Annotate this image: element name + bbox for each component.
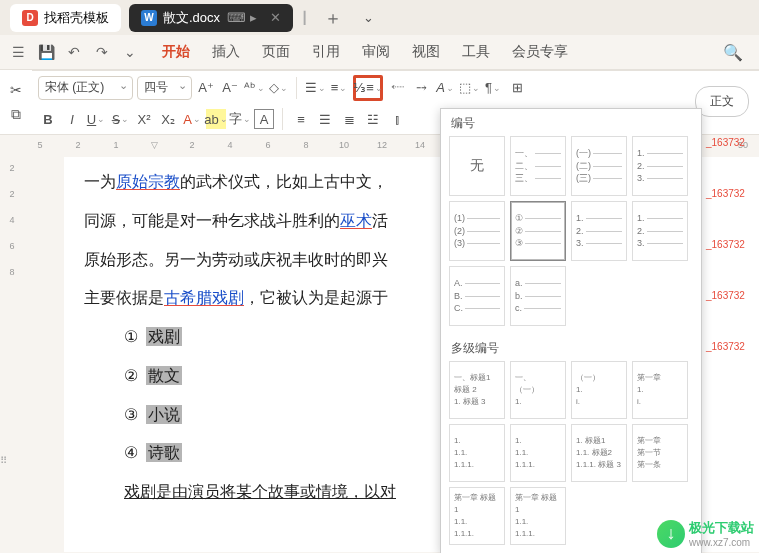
change-case-icon[interactable]: ᴬᵇ [244,78,264,98]
revision-mark: _163732 [704,237,759,252]
qat-more-icon[interactable]: ⌄ [120,42,140,62]
multilevel-option[interactable]: 第一章第一节第一条 [632,424,688,482]
ruler-tick: 8 [296,140,316,150]
revision-mark: _163732 [704,135,759,150]
link-wushu[interactable]: 巫术 [340,212,372,229]
align-center-icon[interactable]: ☰ [315,109,335,129]
drag-handle-icon[interactable]: ⠿ [0,455,8,466]
numbering-option[interactable]: 1.2.3. [632,201,688,261]
tab-template-label: 找稻壳模板 [44,9,109,27]
ruler-tick: 12 [372,140,392,150]
word-icon: W [141,10,157,26]
new-tab-button[interactable]: ＋ [316,6,350,30]
docer-icon: D [22,10,38,26]
bold-icon[interactable]: B [38,109,58,129]
font-color-icon[interactable]: A [182,109,202,129]
ruler-tick: 14 [410,140,430,150]
multilevel-option[interactable]: （一） 1. i. [571,361,627,419]
tab-doc-label: 散文.docx [163,9,220,27]
font-family-dropdown[interactable]: 宋体 (正文) [38,76,133,100]
subscript-icon[interactable]: X₂ [158,109,178,129]
redo-icon[interactable]: ↷ [92,42,112,62]
bullets-icon[interactable]: ☰ [305,78,325,98]
tab-tools[interactable]: 工具 [460,37,492,67]
font-size-dropdown[interactable]: 四号 [137,76,192,100]
numbering-option[interactable]: 1.2.3. [571,201,627,261]
tab-more-chevron[interactable]: ⌄ [358,8,378,28]
clear-format-icon[interactable]: ◇ [268,78,288,98]
numbering-option[interactable]: 1.2.3. [632,136,688,196]
save-icon[interactable]: 💾 [36,42,56,62]
ruler-tick: 2 [68,140,88,150]
numbering-button-highlight: ⅓≡ [353,75,383,101]
char-shading-icon[interactable]: ⬚ [459,78,479,98]
numbering-icon[interactable]: ⅓≡ [358,78,378,98]
copy-icon[interactable]: ⧉ [6,104,26,124]
highlight-icon[interactable]: ab [206,109,226,129]
tab-insert[interactable]: 插入 [210,37,242,67]
ruler-tick: 4 [0,215,24,225]
italic-icon[interactable]: I [62,109,82,129]
ruler-tick: 10 [334,140,354,150]
device-icon[interactable]: ⌨ ▸ [226,10,258,25]
numbering-simple-icon[interactable]: ≡ [329,78,349,98]
undo-icon[interactable]: ↶ [64,42,84,62]
superscript-icon[interactable]: X² [134,109,154,129]
numbering-option[interactable]: A.B.C. [449,266,505,326]
tab-start[interactable]: 开始 [160,37,192,67]
ruler-tick: 2 [0,189,24,199]
show-marks-icon[interactable]: ¶ [483,78,503,98]
numbering-option[interactable]: (一)(二)(三) [571,136,627,196]
multilevel-option[interactable]: 1.1.1.1.1.1. [510,424,566,482]
tab-review[interactable]: 审阅 [360,37,392,67]
multilevel-option[interactable]: 第一章 1. i. [632,361,688,419]
multilevel-option[interactable]: 一、（一） 1. [510,361,566,419]
align-right-icon[interactable]: ≣ [339,109,359,129]
tab-doc[interactable]: W 散文.docx ⌨ ▸ ✕ [129,4,293,32]
app-menu-icon[interactable]: ☰ [8,42,28,62]
numbering-option[interactable]: a.b.c. [510,266,566,326]
multilevel-option[interactable]: 1. 标题11.1. 标题21.1.1. 标题 3 [571,424,627,482]
multilevel-option[interactable]: 第一章 标题11.1.1.1.1. [449,487,505,545]
numbering-panel: 编号 无 一、二、三、 (一)(二)(三) 1.2.3. (1)(2)(3) ①… [440,108,702,553]
ruler-vertical[interactable]: 2 2 4 6 8 [0,155,24,553]
decrease-indent-icon[interactable]: ⬸ [387,78,407,98]
tab-page[interactable]: 页面 [260,37,292,67]
close-icon[interactable]: ✕ [270,10,281,25]
numbering-option[interactable]: 一、二、三、 [510,136,566,196]
text-effects-icon[interactable]: A [435,78,455,98]
increase-indent-icon[interactable]: ⤍ [411,78,431,98]
align-left-icon[interactable]: ≡ [291,109,311,129]
ai-layout-icon[interactable]: ⊞ [507,78,527,98]
strike-icon[interactable]: S̶ [110,109,130,129]
tab-reference[interactable]: 引用 [310,37,342,67]
numbering-option-selected[interactable]: ①②③ [510,201,566,261]
multilevel-option[interactable]: 1.1.1.1.1.1. [449,424,505,482]
ruler-tick: 1 [106,140,126,150]
numbering-option-none[interactable]: 无 [449,136,505,196]
distribute-icon[interactable]: ⫿ [387,109,407,129]
align-justify-icon[interactable]: ☳ [363,109,383,129]
increase-font-icon[interactable]: A⁺ [196,78,216,98]
ruler-tick: 2 [0,163,24,173]
cut-icon[interactable]: ✂ [6,80,26,100]
separator [296,77,297,99]
link-religion[interactable]: 原始宗教 [116,173,180,190]
underline-icon[interactable]: U [86,109,106,129]
revision-mark: _163732 [704,186,759,201]
decrease-font-icon[interactable]: A⁻ [220,78,240,98]
tab-view[interactable]: 视图 [410,37,442,67]
link-greek[interactable]: 古希腊戏剧 [164,289,244,306]
tab-separator: ┃ [301,11,308,25]
multilevel-option[interactable]: 第一章 标题11.1.1.1.1. [510,487,566,545]
style-normal-button[interactable]: 正文 [695,86,749,117]
phonetic-icon[interactable]: 字 [230,109,250,129]
search-icon[interactable]: 🔍 [723,43,743,62]
tab-member[interactable]: 会员专享 [510,37,570,67]
char-border-icon[interactable]: A [254,109,274,129]
numbering-option[interactable]: (1)(2)(3) [449,201,505,261]
multilevel-option[interactable]: 一、标题1 标题 2 1. 标题 3 [449,361,505,419]
ruler-tick: 5 [30,140,50,150]
revision-marks: _163732 _163732 _163732 _163732 _163732 [704,135,759,390]
tab-template[interactable]: D 找稻壳模板 [10,4,121,32]
